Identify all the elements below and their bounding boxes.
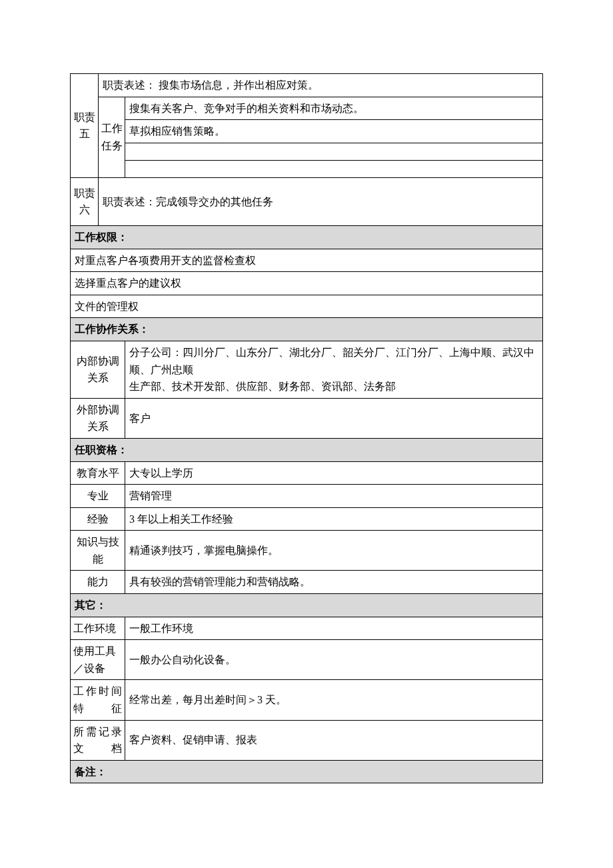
other-doc-row: 所需记录文档 客户资料、促销申请、报表 (71, 720, 543, 760)
other-tool-row: 使用工具／设备 一般办公自动化设备。 (71, 640, 543, 680)
other-header-row: 其它： (71, 594, 543, 617)
duty5-task-label: 工作任务 (99, 97, 125, 177)
duty5-task4-row (71, 160, 543, 177)
other-env-label: 工作环境 (71, 617, 125, 640)
duty5-task4 (125, 160, 543, 177)
other-tool: 一般办公自动化设备。 (125, 640, 543, 680)
other-time: 经常出差，每月出差时间＞3 天。 (125, 680, 543, 720)
qual-skill-row: 知识与技能 精通谈判技巧，掌握电脑操作。 (71, 531, 543, 571)
authority-row-1: 对重点客户各项费用开支的监督检查权 (71, 249, 543, 272)
coord-internal-row: 内部协调关系 分子公司：四川分厂、山东分厂、湖北分厂、韶关分厂、江门分厂、上海中… (71, 341, 543, 398)
coord-header-row: 工作协作关系： (71, 318, 543, 341)
other-time-row: 工作时间特征 经常出差，每月出差时间＞3 天。 (71, 680, 543, 720)
qual-ability-row: 能力 具有较强的营销管理能力和营销战略。 (71, 571, 543, 594)
qual-edu-row: 教育水平 大专以上学历 (71, 461, 543, 485)
duty5-task3-row (71, 143, 543, 160)
qual-header: 任职资格： (71, 438, 543, 461)
duty5-task1-row: 工作任务 搜集有关客户、竞争对手的相关资料和市场动态。 (71, 97, 543, 120)
coord-external-label: 外部协调关系 (71, 398, 125, 438)
other-header: 其它： (71, 594, 543, 617)
qual-major: 营销管理 (125, 485, 543, 508)
duty5-desc-label: 职责表述： (103, 79, 156, 91)
other-env-row: 工作环境 一般工作环境 (71, 617, 543, 640)
authority-header: 工作权限： (71, 225, 543, 249)
qual-major-row: 专业 营销管理 (71, 485, 543, 508)
remark-header: 备注： (71, 760, 543, 783)
duty5-task1: 搜集有关客户、竞争对手的相关资料和市场动态。 (125, 97, 543, 120)
coord-internal: 分子公司：四川分厂、山东分厂、湖北分厂、韶关分厂、江门分厂、上海中顺、武汉中顺、… (125, 341, 543, 398)
other-doc-label: 所需记录文档 (71, 720, 125, 760)
qual-exp: 3 年以上相关工作经验 (125, 507, 543, 531)
coord-internal-label: 内部协调关系 (71, 341, 125, 398)
qual-header-row: 任职资格： (71, 438, 543, 461)
coord-external-row: 外部协调关系 客户 (71, 398, 543, 438)
qual-edu-label: 教育水平 (71, 461, 125, 485)
duty5-desc-row: 职责五 职责表述： 搜集市场信息，并作出相应对策。 (71, 74, 543, 97)
coord-header: 工作协作关系： (71, 318, 543, 341)
authority-1: 对重点客户各项费用开支的监督检查权 (71, 249, 543, 272)
qual-skill-label: 知识与技能 (71, 531, 125, 571)
authority-row-3: 文件的管理权 (71, 295, 543, 318)
qual-skill: 精通谈判技巧，掌握电脑操作。 (125, 531, 543, 571)
authority-row-2: 选择重点客户的建议权 (71, 272, 543, 295)
duty5-task2-row: 草拟相应销售策略。 (71, 120, 543, 143)
other-tool-label: 使用工具／设备 (71, 640, 125, 680)
remark-header-row: 备注： (71, 760, 543, 783)
qual-ability: 具有较强的营销管理能力和营销战略。 (125, 571, 543, 594)
qual-exp-label: 经验 (71, 507, 125, 531)
qual-ability-label: 能力 (71, 571, 125, 594)
duty5-desc: 职责表述： 搜集市场信息，并作出相应对策。 (99, 74, 543, 97)
duty5-task3 (125, 143, 543, 160)
duty5-label: 职责五 (71, 74, 99, 178)
duty6-label: 职责六 (71, 177, 99, 225)
other-env: 一般工作环境 (125, 617, 543, 640)
duty6-desc: 职责表述：完成领导交办的其他任务 (99, 177, 543, 225)
duty5-desc-text: 搜集市场信息，并作出相应对策。 (156, 79, 318, 91)
coord-external: 客户 (125, 398, 543, 438)
authority-header-row: 工作权限： (71, 225, 543, 249)
duty5-task2: 草拟相应销售策略。 (125, 120, 543, 143)
other-time-label: 工作时间特征 (71, 680, 125, 720)
duty6-row: 职责六 职责表述：完成领导交办的其他任务 (71, 177, 543, 225)
qual-edu: 大专以上学历 (125, 461, 543, 485)
document-page: 职责五 职责表述： 搜集市场信息，并作出相应对策。 工作任务 搜集有关客户、竞争… (0, 0, 613, 783)
other-doc: 客户资料、促销申请、报表 (125, 720, 543, 760)
authority-2: 选择重点客户的建议权 (71, 272, 543, 295)
qual-exp-row: 经验 3 年以上相关工作经验 (71, 507, 543, 531)
qual-major-label: 专业 (71, 485, 125, 508)
job-spec-table: 职责五 职责表述： 搜集市场信息，并作出相应对策。 工作任务 搜集有关客户、竞争… (70, 73, 543, 783)
authority-3: 文件的管理权 (71, 295, 543, 318)
